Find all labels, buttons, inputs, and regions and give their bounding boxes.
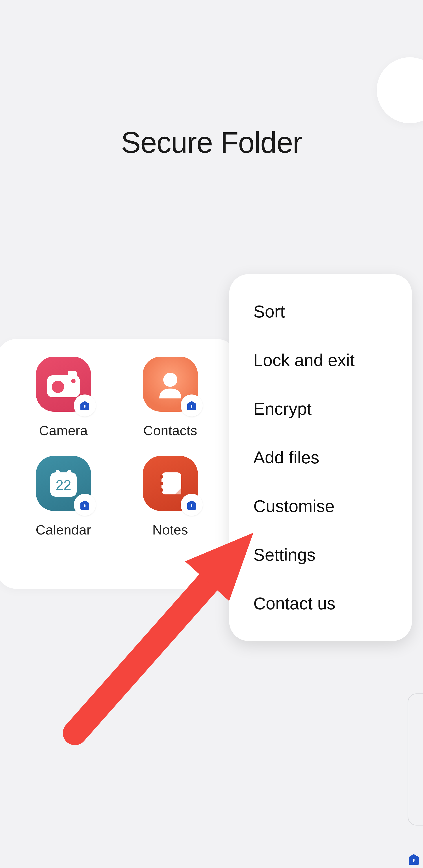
svg-rect-15 (191, 504, 192, 507)
svg-point-14 (160, 488, 163, 492)
svg-point-12 (160, 475, 163, 478)
app-contacts[interactable]: Contacts (140, 356, 200, 438)
menu-item-settings[interactable]: Settings (229, 530, 412, 579)
apps-card: Camera Contacts (0, 339, 237, 589)
menu-item-lock-exit[interactable]: Lock and exit (229, 336, 412, 384)
app-calendar[interactable]: 22 Calendar (33, 456, 94, 537)
svg-point-3 (71, 379, 76, 383)
app-label: Calendar (36, 522, 91, 537)
secure-folder-corner-icon (407, 854, 420, 866)
menu-item-customise[interactable]: Customise (229, 482, 412, 530)
app-label: Contacts (143, 423, 197, 438)
svg-rect-9 (67, 470, 71, 476)
side-handle[interactable] (407, 693, 423, 826)
svg-rect-4 (84, 405, 85, 408)
svg-rect-10 (84, 504, 85, 507)
svg-point-2 (52, 381, 64, 393)
secure-badge-icon (181, 395, 203, 416)
overflow-menu: Sort Lock and exit Encrypt Add files Cus… (229, 274, 412, 641)
svg-rect-1 (68, 371, 77, 377)
svg-rect-8 (56, 470, 60, 476)
svg-rect-6 (191, 405, 192, 408)
app-label: Camera (39, 423, 88, 438)
svg-rect-18 (413, 859, 415, 862)
menu-item-encrypt[interactable]: Encrypt (229, 384, 412, 433)
apps-grid: Camera Contacts (33, 356, 200, 537)
svg-point-13 (160, 482, 163, 485)
app-camera[interactable]: Camera (33, 356, 94, 438)
secure-badge-icon (74, 494, 96, 516)
app-notes[interactable]: Notes (140, 456, 200, 537)
page-title: Secure Folder (0, 125, 423, 160)
secure-badge-icon (181, 494, 203, 516)
camera-icon (36, 356, 91, 412)
menu-item-add-files[interactable]: Add files (229, 433, 412, 482)
calendar-icon: 22 (36, 456, 91, 511)
app-label: Notes (152, 522, 188, 537)
contacts-icon (143, 356, 198, 412)
secure-badge-icon (74, 395, 96, 416)
menu-item-sort[interactable]: Sort (229, 287, 412, 336)
menu-item-contact-us[interactable]: Contact us (229, 579, 412, 628)
svg-point-5 (163, 373, 177, 387)
top-right-circle-button[interactable] (377, 57, 423, 123)
notes-icon (143, 456, 198, 511)
calendar-day: 22 (56, 477, 71, 493)
